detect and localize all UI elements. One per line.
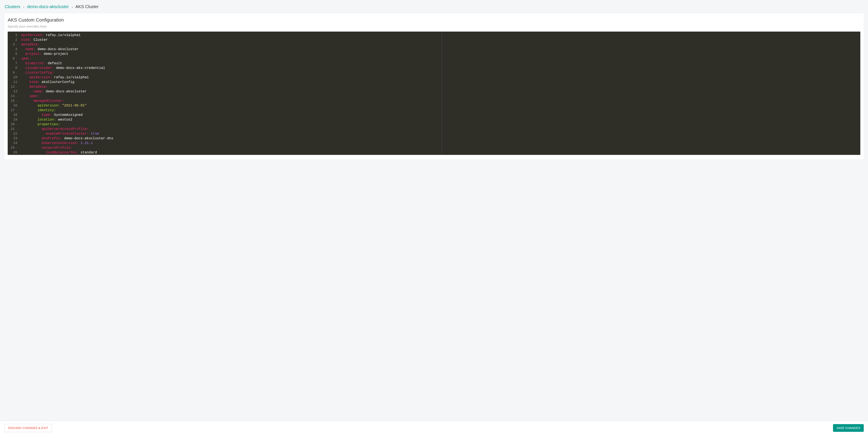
editor-code-line[interactable]: metadata: bbox=[21, 85, 860, 89]
editor-code-line[interactable]: cloudprovider: demo-docs-aks-credential bbox=[21, 66, 860, 70]
editor-code-line[interactable]: kind: Cluster bbox=[21, 37, 860, 42]
breadcrumb-separator: › bbox=[23, 5, 24, 9]
breadcrumb: Clusters › demo-docs-akscluster › AKS Cl… bbox=[4, 4, 864, 9]
editor-code-line[interactable]: managedCluster: bbox=[21, 99, 860, 103]
editor-code-line[interactable]: enablePrivateCluster: true bbox=[21, 131, 860, 136]
editor-line-number: 4 bbox=[11, 47, 17, 52]
editor-code-line[interactable]: apiServerAccessProfile: bbox=[21, 127, 860, 131]
editor-code-line[interactable]: name: demo-docs-akscluster bbox=[21, 89, 860, 94]
editor-code-line[interactable]: kind: aksClusterConfig bbox=[21, 80, 860, 85]
editor-code-line[interactable]: spec: bbox=[21, 56, 860, 61]
editor-code-line[interactable]: name: demo-docs-akscluster bbox=[21, 47, 860, 52]
editor-gutter: 1234567891011121314151617181920212223242… bbox=[8, 32, 20, 155]
editor-code-line[interactable]: apiVersion: "2021-05-01" bbox=[21, 103, 860, 108]
editor-line-number: 25 bbox=[11, 146, 17, 150]
editor-line-number: 13 bbox=[11, 89, 17, 94]
editor-code-line[interactable]: networkProfile: bbox=[21, 146, 860, 150]
editor-line-number: 12 bbox=[11, 85, 17, 89]
card-subtitle: Specify your overrides here bbox=[8, 25, 860, 28]
editor-line-number: 9 bbox=[11, 70, 17, 75]
editor-line-number: 22 bbox=[11, 131, 17, 136]
config-card: AKS Custom Configuration Specify your ov… bbox=[4, 13, 864, 160]
editor-code-area[interactable]: apiVersion: rafay.io/v1alpha1kind: Clust… bbox=[20, 32, 860, 155]
editor-line-number: 6 bbox=[11, 56, 17, 61]
editor-code-line[interactable]: loadBalancerSku: standard bbox=[21, 150, 860, 155]
editor-line-number: 23 bbox=[11, 136, 17, 141]
editor-code-line[interactable]: kubernetesVersion: 1.21.1 bbox=[21, 141, 860, 146]
editor-line-number: 5 bbox=[11, 52, 17, 56]
breadcrumb-current: AKS Cluster bbox=[75, 4, 98, 9]
breadcrumb-link-clusters[interactable]: Clusters bbox=[5, 4, 20, 9]
editor-line-number: 17 bbox=[11, 108, 17, 113]
editor-code-line[interactable]: metadata: bbox=[21, 42, 860, 47]
editor-code-line[interactable]: blueprint: default bbox=[21, 61, 860, 66]
breadcrumb-link-cluster-name[interactable]: demo-docs-akscluster bbox=[27, 4, 69, 9]
editor-line-number: 8 bbox=[11, 66, 17, 70]
editor-line-number: 11 bbox=[11, 80, 17, 85]
editor-line-number: 1 bbox=[11, 33, 17, 37]
breadcrumb-separator: › bbox=[72, 5, 73, 9]
editor-code-line[interactable]: properties: bbox=[21, 122, 860, 127]
editor-code-line[interactable]: location: westus2 bbox=[21, 117, 860, 122]
editor-code-line[interactable]: apiVersion: rafay.io/v1alpha1 bbox=[21, 33, 860, 37]
yaml-editor[interactable]: 1234567891011121314151617181920212223242… bbox=[8, 32, 860, 155]
editor-code-line[interactable]: spec: bbox=[21, 94, 860, 99]
card-title: AKS Custom Configuration bbox=[8, 17, 860, 23]
editor-line-number: 21 bbox=[11, 127, 17, 131]
editor-line-number: 16 bbox=[11, 103, 17, 108]
editor-line-number: 10 bbox=[11, 75, 17, 80]
editor-line-number: 14 bbox=[11, 94, 17, 99]
editor-code-line[interactable]: type: SystemAssigned bbox=[21, 113, 860, 117]
editor-line-number: 2 bbox=[11, 37, 17, 42]
editor-code-line[interactable]: identity: bbox=[21, 108, 860, 113]
editor-line-number: 26 bbox=[11, 150, 17, 155]
editor-code-line[interactable]: project: demo-project bbox=[21, 52, 860, 56]
editor-line-number: 18 bbox=[11, 113, 17, 117]
editor-code-line[interactable]: apiVersion: rafay.io/v1alpha1 bbox=[21, 75, 860, 80]
editor-line-number: 15 bbox=[11, 99, 17, 103]
editor-line-number: 3 bbox=[11, 42, 17, 47]
editor-line-number: 24 bbox=[11, 141, 17, 146]
editor-line-number: 19 bbox=[11, 117, 17, 122]
editor-line-number: 20 bbox=[11, 122, 17, 127]
editor-code-line[interactable]: clusterConfig: bbox=[21, 70, 860, 75]
editor-code-line[interactable]: dnsPrefix: demo-docs-akscluster-dns bbox=[21, 136, 860, 141]
editor-line-number: 7 bbox=[11, 61, 17, 66]
